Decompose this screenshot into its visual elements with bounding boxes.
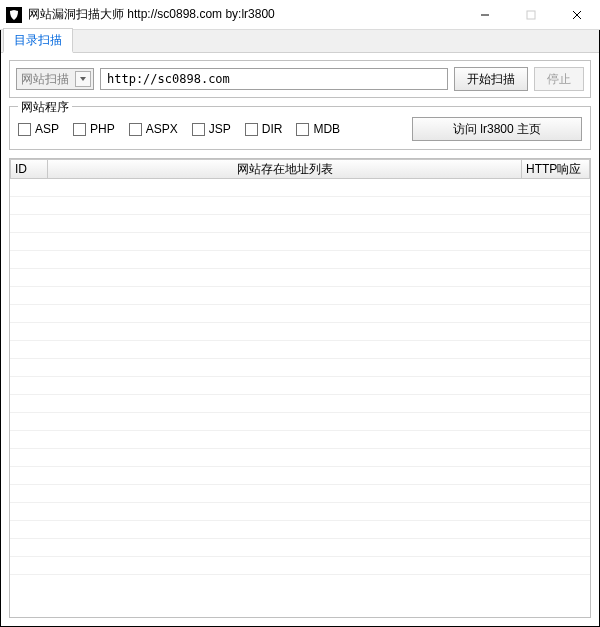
list-row [10, 341, 590, 359]
checkbox-icon [245, 123, 258, 136]
check-aspx[interactable]: ASPX [129, 122, 178, 136]
svg-rect-1 [527, 11, 535, 19]
checkbox-icon [73, 123, 86, 136]
url-input[interactable] [100, 68, 448, 90]
list-row [10, 233, 590, 251]
list-row [10, 467, 590, 485]
window-controls [462, 0, 600, 29]
check-dir[interactable]: DIR [245, 122, 283, 136]
list-row [10, 431, 590, 449]
list-body[interactable] [10, 179, 590, 617]
check-label: DIR [262, 122, 283, 136]
list-row [10, 197, 590, 215]
check-php[interactable]: PHP [73, 122, 115, 136]
list-row [10, 539, 590, 557]
list-row [10, 359, 590, 377]
list-row [10, 269, 590, 287]
list-row [10, 377, 590, 395]
chevron-down-icon [75, 71, 91, 87]
tabstrip: 目录扫描 [1, 30, 599, 52]
check-label: JSP [209, 122, 231, 136]
check-label: ASPX [146, 122, 178, 136]
list-row [10, 251, 590, 269]
scan-type-combo[interactable]: 网站扫描 [16, 68, 94, 90]
list-row [10, 287, 590, 305]
scan-type-value: 网站扫描 [21, 71, 69, 88]
site-program-fieldset: 网站程序 ASP PHP ASPX JSP [9, 106, 591, 150]
checkbox-icon [296, 123, 309, 136]
check-mdb[interactable]: MDB [296, 122, 340, 136]
fieldset-legend: 网站程序 [18, 99, 72, 116]
check-jsp[interactable]: JSP [192, 122, 231, 136]
window-title: 网站漏洞扫描大师 http://sc0898.com by:lr3800 [28, 6, 462, 23]
client-area: 目录扫描 网站扫描 开始扫描 停止 网站程序 ASP [0, 30, 600, 627]
check-label: PHP [90, 122, 115, 136]
visit-homepage-button[interactable]: 访问 lr3800 主页 [412, 117, 582, 141]
list-row [10, 395, 590, 413]
list-row [10, 323, 590, 341]
list-row [10, 503, 590, 521]
panel: 网站扫描 开始扫描 停止 网站程序 ASP PHP [1, 52, 599, 626]
stop-scan-button[interactable]: 停止 [534, 67, 584, 91]
titlebar: 网站漏洞扫描大师 http://sc0898.com by:lr3800 [0, 0, 600, 30]
close-button[interactable] [554, 0, 600, 29]
list-row [10, 557, 590, 575]
list-row [10, 485, 590, 503]
check-label: ASP [35, 122, 59, 136]
list-header: ID 网站存在地址列表 HTTP响应 [10, 159, 590, 179]
results-list: ID 网站存在地址列表 HTTP响应 [9, 158, 591, 618]
list-row [10, 521, 590, 539]
checkbox-icon [192, 123, 205, 136]
app-icon [6, 7, 22, 23]
check-label: MDB [313, 122, 340, 136]
check-asp[interactable]: ASP [18, 122, 59, 136]
column-address[interactable]: 网站存在地址列表 [48, 159, 522, 179]
start-scan-button[interactable]: 开始扫描 [454, 67, 528, 91]
minimize-button[interactable] [462, 0, 508, 29]
tab-directory-scan[interactable]: 目录扫描 [3, 28, 73, 53]
list-row [10, 179, 590, 197]
checkbox-row: ASP PHP ASPX JSP DIR [18, 117, 582, 141]
list-row [10, 413, 590, 431]
checkbox-icon [18, 123, 31, 136]
column-id[interactable]: ID [10, 159, 48, 179]
list-row [10, 449, 590, 467]
list-row [10, 305, 590, 323]
checkbox-icon [129, 123, 142, 136]
column-http[interactable]: HTTP响应 [522, 159, 590, 179]
maximize-button[interactable] [508, 0, 554, 29]
scan-controls: 网站扫描 开始扫描 停止 [9, 60, 591, 98]
list-row [10, 215, 590, 233]
